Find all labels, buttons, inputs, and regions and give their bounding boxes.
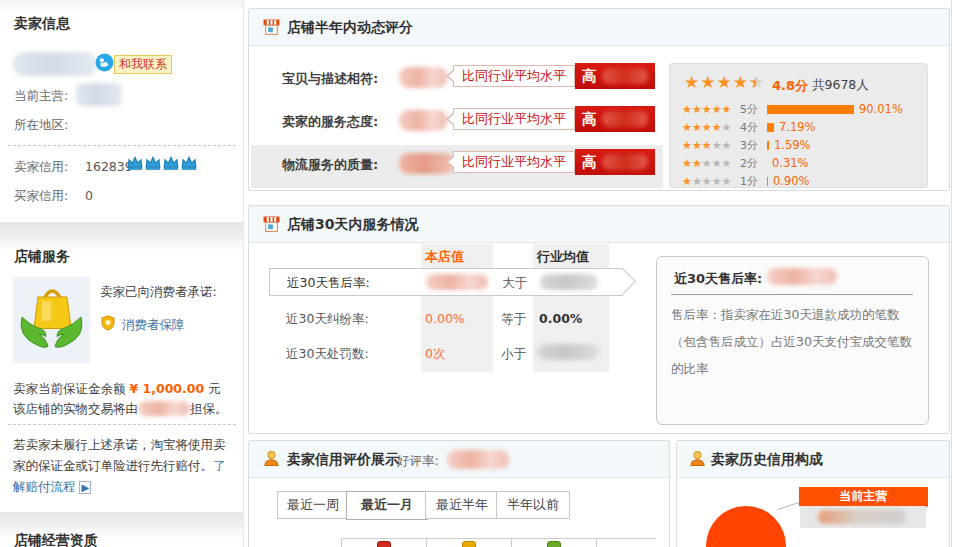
- percent-value: 0.90%: [773, 174, 810, 188]
- current-business-ribbon: 当前主营: [799, 487, 928, 506]
- tooltip-title: 近30天售后率:: [674, 270, 762, 288]
- seller-credit-page: 卖家信息 和我联系 当前主营: 所在地区: 卖家信用: 162839 买家信用:…: [0, 0, 964, 547]
- sidebar-divider: [243, 0, 244, 547]
- main-business-blurred: [76, 83, 122, 106]
- star-icon: ★: [722, 121, 732, 134]
- qualification-title: 店铺经营资质: [14, 532, 98, 547]
- tooltip-value-blurred: [767, 268, 837, 285]
- aftersale-tooltip: 近30天售后率: 售后率：指卖家在近30天退款成功的笔数（包含售后成立）占近30…: [656, 256, 929, 425]
- bubble-notch-icon: [446, 70, 453, 82]
- star-icon: ★: [682, 157, 692, 170]
- star-icon: ★: [722, 139, 732, 152]
- rating-dist-row: ★★★★★4分7.19%: [682, 118, 903, 136]
- eval-table-top-border: [341, 538, 656, 539]
- business-name-blurred: [818, 510, 906, 524]
- qualification-section: 店铺经营资质: [0, 526, 243, 547]
- credit-pie-chart: [706, 506, 786, 547]
- section-gap: [0, 222, 243, 238]
- bubble-flag: 高: [575, 106, 655, 132]
- rating-distribution: ★★★★★5分90.01%★★★★★4分7.19%★★★★★3分1.59%★★★…: [682, 100, 903, 190]
- buyer-credit-label: 买家信用:: [14, 188, 68, 205]
- main-business-label: 当前主营:: [14, 88, 68, 105]
- aftersale-rate-row[interactable]: 近30天售后率: 大于: [269, 268, 623, 296]
- compare-word: 小于: [501, 346, 526, 363]
- tab-last-month[interactable]: 最近一月: [346, 491, 428, 520]
- shop-value: 0次: [425, 346, 445, 363]
- seller-credit-value: 162839: [85, 159, 133, 174]
- service-panel: 店铺30天内服务情况 本店值 行业均值 近30天售后率: 大于 近30天纠纷率:…: [248, 205, 950, 434]
- star-icon: ★: [717, 72, 733, 92]
- star-icon: ★: [702, 139, 712, 152]
- bubble-text: 比同行业平均水平: [453, 108, 575, 130]
- percent-bar: [767, 177, 768, 186]
- wangwang-icon[interactable]: [95, 53, 114, 75]
- deposit-guarantor-blurred: [138, 401, 190, 416]
- score-label: 1分: [740, 174, 767, 189]
- star-icon: ★: [733, 72, 749, 92]
- rating-dist-row: ★★★★★3分1.59%: [682, 136, 903, 154]
- deposit-amount: ¥ 1,000.00: [129, 381, 204, 396]
- bubble-flag: 高: [575, 149, 655, 175]
- bubble-notch-icon: [446, 156, 453, 168]
- compensation-text: 若卖家未履行上述承诺，淘宝将使用卖家的保证金或订单险进行先行赔付。了解赔付流程 …: [13, 434, 235, 498]
- shop-icon: [263, 216, 280, 236]
- star-icon: ★: [682, 103, 692, 116]
- percent-value: 90.01%: [859, 102, 903, 116]
- panel-title: 卖家信用评价展示: [287, 451, 399, 469]
- guarantee-icon: [100, 315, 116, 334]
- industry-value-blurred: [540, 274, 598, 290]
- percent-value: 7.19%: [779, 120, 816, 134]
- neutral-rating-icon: [462, 541, 476, 547]
- dynamic-rating-panel: 店铺半年内动态评分 宝贝与描述相符: 比同行业平均水平 高 卖家的服务态度: 比…: [248, 8, 950, 191]
- deposit-unit: 元: [208, 381, 221, 396]
- crown-icon: [181, 156, 197, 174]
- person-icon: [263, 450, 280, 470]
- row-label: 近30天售后率:: [287, 275, 370, 292]
- contact-me-button[interactable]: 和我联系: [114, 55, 172, 74]
- crown-icon: [145, 156, 161, 174]
- star-row: ★★★★★: [682, 175, 740, 188]
- star-icon: ★: [702, 157, 712, 170]
- compensation-note: 若卖家未履行上述承诺，淘宝将使用卖家的保证金或订单险进行先行赔付。: [13, 437, 226, 473]
- person-icon: [689, 450, 706, 470]
- tab-before-half-year[interactable]: 半年以前: [496, 491, 570, 519]
- bad-rating-icon: [547, 541, 561, 547]
- region-label: 所在地区:: [14, 117, 68, 134]
- star-icon: ★: [700, 72, 716, 92]
- panel-header: 店铺30天内服务情况: [249, 206, 949, 243]
- star-icon: ★: [712, 139, 722, 152]
- high-flag: 高: [582, 67, 597, 86]
- play-icon[interactable]: ▶: [79, 481, 91, 494]
- bubble-text: 比同行业平均水平: [453, 151, 575, 173]
- star-icon: ★: [692, 175, 702, 188]
- high-flag: 高: [582, 110, 597, 129]
- shop-service-section: 店铺服务 卖家已向消费者承诺: 消费者保障 卖家当前保证金余额 ¥ 1,000.…: [0, 238, 243, 512]
- star-icon: ★: [712, 175, 722, 188]
- consumer-guarantee-link[interactable]: 消费者保障: [122, 317, 185, 334]
- eval-table-border: [426, 538, 427, 547]
- eval-table-border: [596, 538, 597, 547]
- row-label: 近30天处罚数:: [286, 346, 369, 363]
- star-icon: ★: [712, 103, 722, 116]
- score-label: 3分: [740, 138, 767, 153]
- industry-value-header: 行业均值: [537, 248, 589, 266]
- star-row: ★★★★★: [682, 157, 740, 170]
- rating-dist-row: ★★★★★5分90.01%: [682, 100, 903, 118]
- rating-row-label[interactable]: 物流服务的质量:: [282, 156, 378, 174]
- star-row: ★★★★★: [682, 103, 740, 116]
- star-icon: ★: [684, 72, 700, 92]
- promise-text: 卖家已向消费者承诺:: [100, 284, 217, 301]
- tab-half-year[interactable]: 最近半年: [425, 491, 499, 519]
- consumer-guarantee-image: [13, 277, 90, 363]
- current-business-box: [800, 506, 926, 528]
- tab-last-week[interactable]: 最近一周: [277, 491, 349, 519]
- panel-title: 卖家历史信用构成: [711, 451, 823, 469]
- deposit-line2-suffix: 担保。: [190, 401, 228, 416]
- star-icon: ★: [692, 139, 702, 152]
- percent-bar: [767, 141, 769, 150]
- praise-rate-blurred: [447, 450, 509, 469]
- divider: [8, 424, 236, 425]
- deposit-line1: 卖家当前保证金余额 ¥ 1,000.00 元: [13, 381, 237, 398]
- industry-value-blurred: [537, 344, 599, 360]
- tooltip-description: 售后率：指卖家在近30天退款成功的笔数（包含售后成立）占近30天支付宝成交笔数的…: [671, 301, 917, 382]
